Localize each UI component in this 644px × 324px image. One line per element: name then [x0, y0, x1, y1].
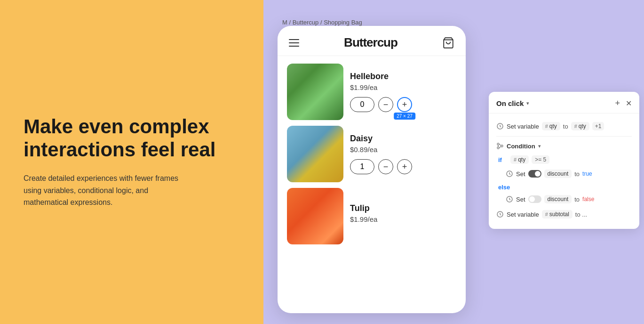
svg-point-3: [497, 147, 499, 149]
list-item: Hellebore $1.99/ea 0 − + 27 × 27: [287, 64, 456, 120]
var-chip-qty-to: # qty: [571, 122, 589, 130]
set-variable-label: Set variable: [507, 211, 539, 218]
chevron-down-icon: ▾: [526, 100, 529, 106]
phone-header: Buttercup: [278, 26, 466, 56]
product-name: Daisy: [350, 134, 456, 144]
if-var-name: qty: [518, 156, 525, 163]
else-keyword: else: [498, 182, 510, 193]
right-panel: M / Buttercup / Shopping Bag Buttercup: [263, 0, 644, 324]
then-action: Set discount to true: [506, 167, 632, 181]
product-info: Daisy $0.89/ea 1 − +: [350, 134, 456, 174]
add-action-button[interactable]: +: [615, 98, 620, 108]
if-row: if # qty >= 5: [496, 153, 632, 167]
else-action: Set discount to false: [506, 192, 632, 206]
var-chip-if: # qty: [510, 155, 529, 164]
to-label: to: [574, 196, 580, 203]
var-name-to: qty: [579, 123, 586, 130]
var-chip-discount-false: discount: [544, 195, 572, 203]
interaction-panel: On click ▾ + ✕ Set variable # qty: [489, 92, 639, 229]
product-list: Hellebore $1.99/ea 0 − + 27 × 27: [278, 56, 466, 252]
var-name: qty: [549, 123, 557, 130]
to-label: to: [574, 170, 580, 178]
var-chip-subtotal: # subtotal: [542, 210, 572, 219]
product-info: Tulip $1.99/ea: [350, 203, 456, 229]
panel-title: On click: [496, 99, 524, 107]
clock-icon: [496, 211, 504, 218]
subtext: Create detailed experiences with fewer f…: [24, 172, 193, 209]
var-name: discount: [548, 196, 569, 202]
phone-logo: Buttercup: [344, 35, 398, 50]
svg-line-7: [499, 146, 501, 148]
left-panel: Make even complex interactions feel real…: [0, 0, 263, 324]
condition-icon: [496, 142, 504, 150]
product-price: $0.89/ea: [350, 146, 456, 154]
increment-button[interactable]: + 27 × 27: [397, 97, 412, 112]
qty-controls: 0 − + 27 × 27: [350, 97, 456, 112]
divider: [496, 136, 632, 137]
product-info: Hellebore $1.99/ea 0 − + 27 × 27: [350, 72, 456, 112]
toggle-off-icon: [528, 195, 541, 203]
decrement-button[interactable]: −: [378, 159, 393, 174]
product-name: Tulip: [350, 203, 456, 213]
qty-display: 0: [350, 97, 374, 112]
hash-icon: #: [574, 123, 577, 129]
to-label: to ...: [575, 211, 587, 218]
product-image: [287, 188, 343, 244]
bool-false-label: false: [582, 196, 594, 202]
list-item: Daisy $0.89/ea 1 − +: [287, 126, 456, 182]
var-name: subtotal: [549, 211, 569, 218]
if-keyword: if: [498, 156, 508, 163]
list-item: Tulip $1.99/ea: [287, 188, 456, 244]
product-name: Hellebore: [350, 72, 456, 81]
panel-body: Set variable # qty to # qty +1: [489, 113, 639, 229]
set-variable-row: Set variable # qty to # qty +1: [496, 118, 632, 134]
phone-mockup: Buttercup Hellebore $1.99/ea 0 −: [278, 26, 466, 313]
plus-one-badge: +1: [592, 122, 604, 130]
svg-line-6: [499, 144, 501, 146]
toggle-on-icon: [528, 170, 541, 178]
svg-point-2: [497, 143, 499, 145]
set-label: Set: [516, 170, 525, 178]
increment-button[interactable]: +: [397, 159, 412, 174]
close-panel-button[interactable]: ✕: [626, 99, 632, 108]
decrement-button[interactable]: −: [378, 97, 393, 112]
panel-title-group: On click ▾: [496, 99, 529, 107]
svg-point-4: [501, 145, 503, 147]
condition-header: Condition ▾: [496, 138, 632, 153]
set-variable-label: Set variable: [507, 123, 539, 130]
hamburger-icon[interactable]: [289, 39, 299, 47]
qty-controls: 1 − +: [350, 159, 456, 174]
var-chip-qty: # qty: [542, 122, 560, 130]
condition-label: Condition: [507, 143, 535, 150]
hash-icon: #: [545, 211, 548, 217]
breadcrumb: M / Buttercup / Shopping Bag: [282, 19, 362, 26]
panel-header: On click ▾ + ✕: [489, 92, 639, 113]
clock-icon: [506, 170, 513, 178]
hash-icon: #: [514, 157, 517, 162]
else-row: else: [496, 181, 632, 192]
bool-true-label: true: [582, 170, 592, 177]
set-label: Set: [516, 196, 525, 203]
qty-display: 1: [350, 159, 374, 174]
clock-icon: [496, 122, 504, 130]
hash-icon: #: [545, 123, 548, 129]
product-price: $1.99/ea: [350, 83, 456, 91]
panel-actions: + ✕: [615, 98, 632, 108]
product-image: [287, 126, 343, 182]
bag-icon: [442, 37, 454, 49]
clock-icon: [506, 195, 513, 203]
var-chip-discount-true: discount: [544, 170, 572, 178]
var-name: discount: [548, 170, 569, 177]
condition-chevron-icon: ▾: [538, 143, 541, 149]
operator-chip: >= 5: [532, 155, 549, 164]
selection-badge: 27 × 27: [394, 113, 415, 120]
product-price: $1.99/ea: [350, 215, 456, 223]
to-label: to: [563, 123, 568, 130]
set-subtotal-row: Set variable # subtotal to ...: [496, 206, 632, 222]
product-image: [287, 64, 343, 120]
headline: Make even complex interactions feel real: [24, 115, 240, 161]
